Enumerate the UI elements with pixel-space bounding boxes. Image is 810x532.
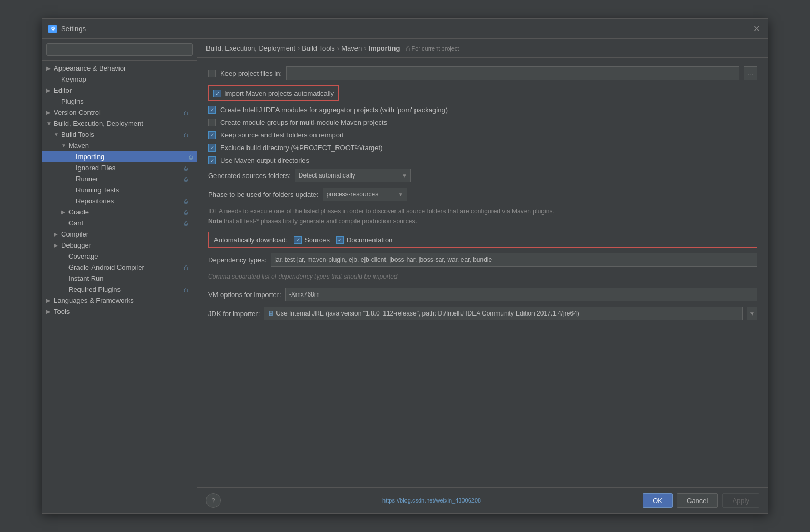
dependency-types-section: Dependency types: Comma separated list o… (208, 253, 757, 284)
phase-value: process-resources (327, 191, 379, 198)
sidebar-item-version-control[interactable]: ▶ Version Control ⎙ (42, 107, 197, 118)
sidebar-label: Build, Execution, Deployment (54, 120, 143, 127)
phase-select[interactable]: process-resources ▼ (323, 188, 407, 201)
sidebar-item-tools[interactable]: ▶ Tools (42, 306, 197, 317)
arrow-icon: ▶ (46, 309, 54, 314)
documentation-checkbox[interactable] (336, 236, 344, 244)
sidebar-item-keymap[interactable]: Keymap (42, 74, 197, 85)
create-intellij-checkbox[interactable] (208, 106, 216, 114)
generated-sources-select[interactable]: Detect automatically ▼ (295, 169, 411, 182)
sidebar-item-build-tools[interactable]: ▼ Build Tools ⎙ (42, 129, 197, 140)
sidebar-item-languages[interactable]: ▶ Languages & Frameworks (42, 295, 197, 306)
sidebar-item-maven[interactable]: ▼ Maven (42, 140, 197, 151)
main-content-area: ▶ Appearance & Behavior Keymap ▶ Editor … (42, 39, 768, 513)
arrow-icon: ▶ (61, 209, 68, 215)
browse-button[interactable]: … (744, 66, 757, 80)
copy-icon: ⎙ (184, 198, 193, 204)
arrow-icon: ▶ (46, 87, 54, 93)
sidebar-item-repositories[interactable]: Repositories ⎙ (42, 195, 197, 206)
title-bar-left: ⚙ Settings (48, 25, 86, 33)
sidebar-item-coverage[interactable]: Coverage (42, 251, 197, 262)
sources-checkbox[interactable] (294, 236, 302, 244)
breadcrumb-sep-1: › (298, 44, 300, 52)
arrow-icon: ▶ (54, 242, 61, 248)
jdk-dropdown-button[interactable]: ▼ (747, 307, 757, 320)
cancel-button[interactable]: Cancel (677, 493, 718, 508)
generated-sources-label: Generated sources folders: (208, 172, 291, 180)
sidebar-label: Plugins (61, 97, 84, 105)
sidebar-label: Repositories (76, 197, 114, 205)
window-title: Settings (61, 25, 86, 33)
copy-icon: ⎙ (184, 220, 193, 226)
use-maven-output-label: Use Maven output directories (220, 156, 309, 164)
sidebar-label: Importing (76, 153, 104, 161)
vm-options-input[interactable] (285, 288, 757, 301)
use-maven-output-checkbox[interactable] (208, 156, 216, 164)
sidebar-label: Keymap (61, 75, 86, 83)
sidebar-item-ignored-files[interactable]: Ignored Files ⎙ (42, 162, 197, 173)
sidebar-item-compiler[interactable]: ▶ Compiler (42, 229, 197, 240)
note-bold: Note (208, 218, 222, 225)
sidebar-label: Ignored Files (76, 164, 115, 172)
import-maven-checkbox[interactable] (213, 90, 221, 97)
keep-source-label: Keep source and test folders on reimport (220, 131, 344, 139)
sidebar-item-gradle-android[interactable]: Gradle-Android Compiler ⎙ (42, 262, 197, 273)
copy-icon: ⎙ (184, 165, 193, 171)
exclude-build-checkbox[interactable] (208, 144, 216, 152)
sidebar-item-running-tests[interactable]: Running Tests (42, 184, 197, 195)
copy-icon: ⎙ (184, 264, 193, 271)
sidebar-item-build-execution[interactable]: ▼ Build, Execution, Deployment (42, 118, 197, 129)
help-button[interactable]: ? (206, 493, 221, 508)
sidebar-label: Gradle (68, 208, 89, 216)
sidebar-item-runner[interactable]: Runner ⎙ (42, 173, 197, 184)
dependency-types-label: Dependency types: (208, 256, 266, 264)
sidebar-label: Runner (76, 175, 98, 183)
ok-button[interactable]: OK (643, 493, 673, 508)
copy-icon: ⎙ (184, 110, 193, 116)
jdk-select[interactable]: 🖥 Use Internal JRE (java version "1.8.0_… (264, 307, 743, 320)
apply-button[interactable]: Apply (722, 493, 759, 508)
sidebar-label: Editor (54, 86, 72, 94)
use-maven-output-row: Use Maven output directories (208, 156, 757, 164)
keep-project-label: Keep project files in: (220, 70, 282, 77)
vm-options-label: VM options for importer: (208, 291, 281, 299)
exclude-build-label: Exclude build directory (%PROJECT_ROOT%/… (220, 144, 382, 152)
documentation-label: Documentation (347, 236, 392, 244)
footer: ? https://blog.csdn.net/weixin_43006208 … (197, 487, 768, 513)
project-note: ⎙ For current project (406, 45, 459, 52)
exclude-build-row: Exclude build directory (%PROJECT_ROOT%/… (208, 143, 757, 152)
sidebar-item-debugger[interactable]: ▶ Debugger (42, 240, 197, 251)
import-maven-highlighted-box: Import Maven projects automatically (208, 85, 339, 101)
auto-download-row: Automatically download: Sources Document… (208, 232, 757, 248)
search-input[interactable] (46, 43, 193, 56)
keep-source-row: Keep source and test folders on reimport (208, 131, 757, 139)
auto-download-label: Automatically download: (214, 236, 288, 244)
keep-project-checkbox[interactable] (208, 70, 216, 77)
dependency-hint: Comma separated list of dependency types… (208, 272, 757, 284)
close-button[interactable]: ✕ (751, 24, 762, 34)
sidebar-item-gradle[interactable]: ▶ Gradle ⎙ (42, 206, 197, 218)
arrow-icon: ▼ (61, 143, 68, 149)
sidebar-item-importing[interactable]: Importing ⎙ (42, 151, 197, 162)
sidebar-label: Maven (68, 142, 89, 150)
copy-icon: ⎙ (184, 209, 193, 215)
keep-source-checkbox[interactable] (208, 131, 216, 139)
sidebar-item-gant[interactable]: Gant ⎙ (42, 218, 197, 229)
breadcrumb-sep-3: › (364, 44, 366, 52)
breadcrumb: Build, Execution, Deployment › Build Too… (197, 39, 768, 58)
dropdown-arrow-icon: ▼ (402, 173, 407, 179)
sidebar-item-required-plugins[interactable]: Required Plugins ⎙ (42, 284, 197, 295)
sidebar-label: Gradle-Android Compiler (68, 263, 144, 271)
arrow-icon: ▶ (46, 110, 54, 115)
phase-hint-line2-rest: that all test-* phases firstly generate … (222, 218, 417, 225)
sidebar-item-instant-run[interactable]: Instant Run (42, 273, 197, 284)
sidebar-item-plugins[interactable]: Plugins (42, 96, 197, 107)
keep-project-input[interactable] (286, 66, 739, 80)
create-module-groups-checkbox[interactable] (208, 119, 216, 126)
sidebar-item-appearance[interactable]: ▶ Appearance & Behavior (42, 63, 197, 74)
keep-project-row: Keep project files in: … (208, 66, 757, 80)
dependency-types-input[interactable] (271, 253, 757, 267)
sidebar-item-editor[interactable]: ▶ Editor (42, 85, 197, 96)
settings-window: ⚙ Settings ✕ ▶ Appearance & Behavior Key… (42, 18, 768, 514)
sources-option: Sources (294, 235, 330, 244)
